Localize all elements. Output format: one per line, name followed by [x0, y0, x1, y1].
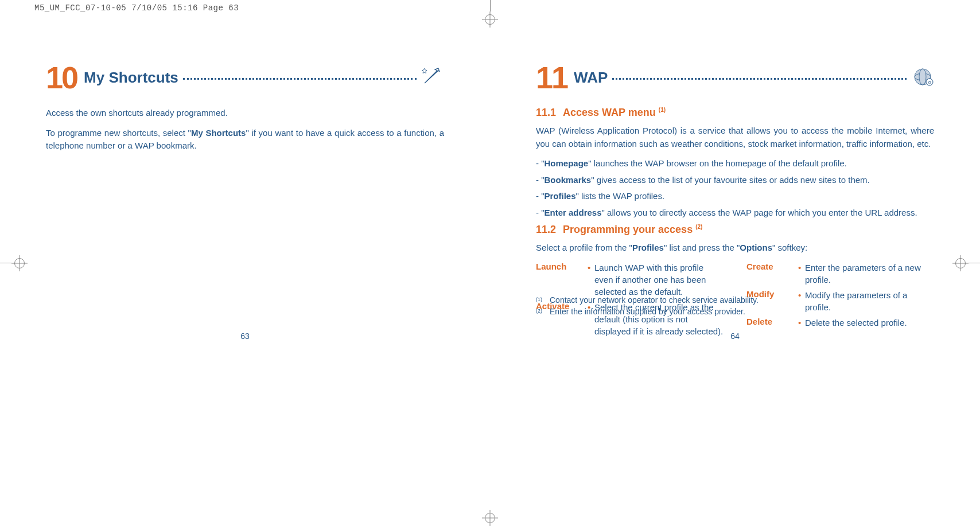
- text-part: " lists the WAP profiles.: [576, 191, 665, 201]
- footnotes: (1) Contact your network operator to che…: [536, 295, 934, 317]
- text-part: " list and press the ": [664, 243, 740, 252]
- text-part: " softkey:: [772, 243, 807, 252]
- section-title: Programming your access: [563, 224, 695, 235]
- bold-term: My Shortcuts: [191, 128, 246, 138]
- left-page: 10 My Shortcuts Access the own shortcuts…: [0, 28, 490, 364]
- leader-dots: [612, 72, 907, 80]
- bold-term: Options: [740, 243, 772, 252]
- section-title: Access WAP menu: [563, 107, 659, 118]
- text-part: " launches the WAP browser on the homepa…: [588, 158, 847, 168]
- page-spread: 10 My Shortcuts Access the own shortcuts…: [0, 16, 980, 375]
- option-label: Delete: [746, 317, 798, 329]
- text-part: - ": [536, 158, 545, 168]
- footnote-2: (2) Enter the information supplied by yo…: [536, 306, 934, 318]
- option-desc: Enter the parameters of a new profile.: [798, 262, 934, 286]
- option-label: Create: [746, 262, 798, 286]
- globe-icon: @: [911, 67, 934, 88]
- bold-term: Enter address: [545, 208, 602, 217]
- footnote-ref: (2): [695, 224, 702, 230]
- footnote-mark: (2): [536, 306, 550, 318]
- menu-item-bookmarks: - "Bookmarks" gives access to the list o…: [536, 174, 934, 187]
- footnote-1: (1) Contact your network operator to che…: [536, 295, 934, 306]
- leader-dots: [183, 72, 417, 80]
- footnote-text: Contact your network operator to check s…: [550, 295, 759, 306]
- right-page: 11 WAP @ 11.1Access WAP menu (1) WAP (Wi…: [490, 28, 980, 364]
- menu-item-profiles: - "Profiles" lists the WAP profiles.: [536, 190, 934, 203]
- option-desc: Launch WAP with this profile even if ano…: [588, 262, 724, 298]
- text-part: Select a profile from the ": [536, 243, 632, 252]
- svg-point-2: [919, 69, 926, 85]
- footnote-mark: (1): [536, 295, 550, 306]
- text-part: - ": [536, 175, 545, 185]
- bold-term: Bookmarks: [545, 175, 592, 185]
- chapter-number: 10: [46, 62, 77, 93]
- text-part: " allows you to directly access the WAP …: [602, 208, 917, 217]
- page-number: 64: [730, 332, 740, 341]
- instruction-text: To programme new shortcuts, select "My S…: [46, 127, 444, 153]
- text-part: - ": [536, 208, 545, 217]
- wap-description: WAP (Wireless Application Protocol) is a…: [536, 124, 934, 150]
- bold-term: Profiles: [632, 243, 664, 252]
- section-heading-11-1: 11.1Access WAP menu (1): [536, 107, 934, 119]
- option-create: Create Enter the parameters of a new pro…: [746, 262, 934, 286]
- chapter-heading: 10 My Shortcuts: [46, 62, 444, 93]
- chapter-number: 11: [536, 62, 567, 93]
- menu-item-homepage: - "Homepage" launches the WAP browser on…: [536, 157, 934, 170]
- registration-mark-top: [482, 0, 498, 28]
- option-desc: Delete the selected profile.: [798, 317, 934, 329]
- intro-text: Access the own shortcuts already program…: [46, 107, 444, 120]
- shortcut-star-icon: [421, 67, 444, 88]
- svg-text:@: @: [927, 80, 931, 84]
- page-number: 63: [240, 332, 250, 341]
- select-profile-text: Select a profile from the "Profiles" lis…: [536, 241, 934, 255]
- chapter-heading: 11 WAP @: [536, 62, 934, 93]
- option-label: Launch: [536, 262, 588, 298]
- section-heading-11-2: 11.2Programming your access (2): [536, 224, 934, 236]
- bold-term: Homepage: [545, 158, 589, 168]
- registration-mark-bottom: [482, 510, 498, 526]
- text-part: To programme new shortcuts, select ": [46, 128, 191, 138]
- chapter-title: My Shortcuts: [84, 69, 178, 87]
- bold-term: Profiles: [545, 191, 576, 201]
- section-number: 11.2: [536, 224, 556, 235]
- section-number: 11.1: [536, 107, 556, 118]
- text-part: - ": [536, 191, 545, 201]
- footnote-ref: (1): [659, 107, 666, 113]
- option-launch: Launch Launch WAP with this profile even…: [536, 262, 724, 298]
- option-delete: Delete Delete the selected profile.: [746, 317, 934, 329]
- text-part: " gives access to the list of your favou…: [591, 175, 870, 185]
- menu-item-enter-address: - "Enter address" allows you to directly…: [536, 206, 934, 220]
- chapter-title: WAP: [574, 69, 608, 87]
- footnote-text: Enter the information supplied by your a…: [550, 306, 745, 318]
